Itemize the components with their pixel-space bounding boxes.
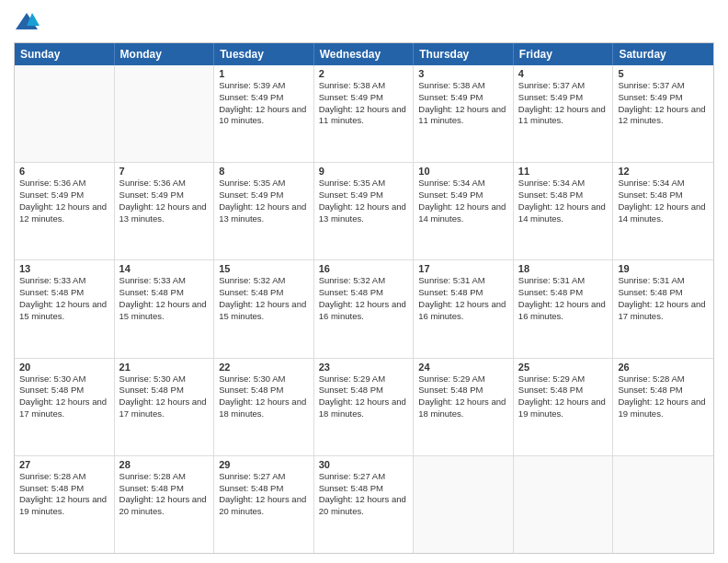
calendar-cell: 15Sunrise: 5:32 AMSunset: 5:48 PMDayligh…: [214, 260, 314, 357]
calendar-header: SundayMondayTuesdayWednesdayThursdayFrid…: [15, 43, 713, 65]
calendar-cell: 11Sunrise: 5:34 AMSunset: 5:48 PMDayligh…: [514, 163, 614, 259]
cell-info: Sunrise: 5:37 AMSunset: 5:49 PMDaylight:…: [618, 80, 709, 127]
calendar-cell: 5Sunrise: 5:37 AMSunset: 5:49 PMDaylight…: [613, 65, 713, 162]
cell-info: Sunrise: 5:32 AMSunset: 5:48 PMDaylight:…: [219, 275, 309, 322]
logo: [14, 9, 43, 35]
cell-info: Sunrise: 5:28 AMSunset: 5:48 PMDaylight:…: [119, 471, 210, 518]
day-number: 29: [219, 459, 309, 470]
cell-info: Sunrise: 5:35 AMSunset: 5:49 PMDaylight:…: [319, 178, 409, 224]
cell-info: Sunrise: 5:38 AMSunset: 5:49 PMDaylight:…: [418, 80, 508, 127]
cell-info: Sunrise: 5:27 AMSunset: 5:48 PMDaylight:…: [219, 471, 309, 518]
weekday-header: Friday: [514, 43, 614, 65]
cell-info: Sunrise: 5:29 AMSunset: 5:48 PMDaylight:…: [319, 373, 409, 420]
day-number: 18: [518, 263, 609, 274]
cell-info: Sunrise: 5:30 AMSunset: 5:48 PMDaylight:…: [119, 373, 210, 420]
cell-info: Sunrise: 5:34 AMSunset: 5:49 PMDaylight:…: [418, 178, 508, 224]
cell-info: Sunrise: 5:37 AMSunset: 5:49 PMDaylight:…: [518, 80, 609, 127]
cell-info: Sunrise: 5:31 AMSunset: 5:48 PMDaylight:…: [418, 275, 508, 322]
weekday-header: Thursday: [414, 43, 514, 65]
day-number: 24: [418, 362, 508, 373]
header: [14, 9, 714, 35]
calendar-cell: 30Sunrise: 5:27 AMSunset: 5:48 PMDayligh…: [314, 456, 415, 553]
calendar-cell: 29Sunrise: 5:27 AMSunset: 5:48 PMDayligh…: [214, 456, 314, 553]
day-number: 4: [518, 68, 609, 79]
cell-info: Sunrise: 5:30 AMSunset: 5:48 PMDaylight:…: [19, 373, 109, 420]
cell-info: Sunrise: 5:39 AMSunset: 5:49 PMDaylight:…: [219, 80, 309, 127]
calendar-cell: 26Sunrise: 5:28 AMSunset: 5:48 PMDayligh…: [613, 359, 713, 455]
calendar-cell: 24Sunrise: 5:29 AMSunset: 5:48 PMDayligh…: [414, 359, 514, 455]
cell-info: Sunrise: 5:36 AMSunset: 5:49 PMDaylight:…: [119, 178, 210, 224]
day-number: 17: [418, 263, 508, 274]
calendar-cell: 22Sunrise: 5:30 AMSunset: 5:48 PMDayligh…: [214, 359, 314, 455]
weekday-header: Monday: [115, 43, 215, 65]
calendar-cell: [414, 456, 514, 553]
calendar-cell: 1Sunrise: 5:39 AMSunset: 5:49 PMDaylight…: [214, 65, 314, 162]
cell-info: Sunrise: 5:32 AMSunset: 5:48 PMDaylight:…: [319, 275, 409, 322]
weekday-header: Sunday: [15, 43, 115, 65]
calendar-cell: 4Sunrise: 5:37 AMSunset: 5:49 PMDaylight…: [514, 65, 614, 162]
calendar-cell: 19Sunrise: 5:31 AMSunset: 5:48 PMDayligh…: [613, 260, 713, 357]
day-number: 14: [119, 263, 210, 274]
calendar-cell: 20Sunrise: 5:30 AMSunset: 5:48 PMDayligh…: [15, 359, 115, 455]
day-number: 9: [319, 166, 409, 177]
calendar: SundayMondayTuesdayWednesdayThursdayFrid…: [14, 42, 714, 554]
cell-info: Sunrise: 5:28 AMSunset: 5:48 PMDaylight:…: [19, 471, 109, 518]
day-number: 8: [219, 166, 309, 177]
weekday-header: Tuesday: [214, 43, 314, 65]
day-number: 6: [19, 166, 109, 177]
logo-icon: [14, 9, 40, 35]
calendar-cell: 14Sunrise: 5:33 AMSunset: 5:48 PMDayligh…: [115, 260, 215, 357]
calendar-cell: 6Sunrise: 5:36 AMSunset: 5:49 PMDaylight…: [15, 163, 115, 259]
calendar-week-row: 13Sunrise: 5:33 AMSunset: 5:48 PMDayligh…: [15, 260, 713, 358]
calendar-week-row: 1Sunrise: 5:39 AMSunset: 5:49 PMDaylight…: [15, 65, 713, 163]
day-number: 13: [19, 263, 109, 274]
calendar-cell: 27Sunrise: 5:28 AMSunset: 5:48 PMDayligh…: [15, 456, 115, 553]
day-number: 26: [618, 362, 709, 373]
calendar-cell: 18Sunrise: 5:31 AMSunset: 5:48 PMDayligh…: [514, 260, 614, 357]
calendar-cell: [15, 65, 115, 162]
calendar-cell: 17Sunrise: 5:31 AMSunset: 5:48 PMDayligh…: [414, 260, 514, 357]
calendar-cell: 16Sunrise: 5:32 AMSunset: 5:48 PMDayligh…: [314, 260, 415, 357]
calendar-week-row: 20Sunrise: 5:30 AMSunset: 5:48 PMDayligh…: [15, 359, 713, 456]
day-number: 20: [19, 362, 109, 373]
cell-info: Sunrise: 5:31 AMSunset: 5:48 PMDaylight:…: [518, 275, 609, 322]
calendar-week-row: 6Sunrise: 5:36 AMSunset: 5:49 PMDaylight…: [15, 163, 713, 260]
day-number: 1: [219, 68, 309, 79]
cell-info: Sunrise: 5:33 AMSunset: 5:48 PMDaylight:…: [119, 275, 210, 322]
day-number: 19: [618, 263, 709, 274]
day-number: 25: [518, 362, 609, 373]
calendar-body: 1Sunrise: 5:39 AMSunset: 5:49 PMDaylight…: [15, 65, 713, 553]
cell-info: Sunrise: 5:34 AMSunset: 5:48 PMDaylight:…: [618, 178, 709, 224]
cell-info: Sunrise: 5:29 AMSunset: 5:48 PMDaylight:…: [418, 373, 508, 420]
calendar-cell: 28Sunrise: 5:28 AMSunset: 5:48 PMDayligh…: [115, 456, 215, 553]
day-number: 7: [119, 166, 210, 177]
calendar-cell: [514, 456, 614, 553]
day-number: 16: [319, 263, 409, 274]
calendar-cell: 9Sunrise: 5:35 AMSunset: 5:49 PMDaylight…: [314, 163, 415, 259]
calendar-cell: 13Sunrise: 5:33 AMSunset: 5:48 PMDayligh…: [15, 260, 115, 357]
day-number: 10: [418, 166, 508, 177]
calendar-cell: 10Sunrise: 5:34 AMSunset: 5:49 PMDayligh…: [414, 163, 514, 259]
cell-info: Sunrise: 5:34 AMSunset: 5:48 PMDaylight:…: [518, 178, 609, 224]
page: SundayMondayTuesdayWednesdayThursdayFrid…: [0, 0, 728, 563]
calendar-cell: [115, 65, 215, 162]
day-number: 15: [219, 263, 309, 274]
weekday-header: Saturday: [613, 43, 713, 65]
calendar-cell: 21Sunrise: 5:30 AMSunset: 5:48 PMDayligh…: [115, 359, 215, 455]
day-number: 30: [319, 459, 409, 470]
calendar-cell: 12Sunrise: 5:34 AMSunset: 5:48 PMDayligh…: [613, 163, 713, 259]
day-number: 21: [119, 362, 210, 373]
cell-info: Sunrise: 5:35 AMSunset: 5:49 PMDaylight:…: [219, 178, 309, 224]
calendar-cell: 23Sunrise: 5:29 AMSunset: 5:48 PMDayligh…: [314, 359, 415, 455]
weekday-header: Wednesday: [314, 43, 415, 65]
day-number: 23: [319, 362, 409, 373]
calendar-cell: 25Sunrise: 5:29 AMSunset: 5:48 PMDayligh…: [514, 359, 614, 455]
calendar-cell: 8Sunrise: 5:35 AMSunset: 5:49 PMDaylight…: [214, 163, 314, 259]
cell-info: Sunrise: 5:30 AMSunset: 5:48 PMDaylight:…: [219, 373, 309, 420]
cell-info: Sunrise: 5:33 AMSunset: 5:48 PMDaylight:…: [19, 275, 109, 322]
cell-info: Sunrise: 5:38 AMSunset: 5:49 PMDaylight:…: [319, 80, 409, 127]
cell-info: Sunrise: 5:27 AMSunset: 5:48 PMDaylight:…: [319, 471, 409, 518]
day-number: 2: [319, 68, 409, 79]
day-number: 11: [518, 166, 609, 177]
cell-info: Sunrise: 5:36 AMSunset: 5:49 PMDaylight:…: [19, 178, 109, 224]
